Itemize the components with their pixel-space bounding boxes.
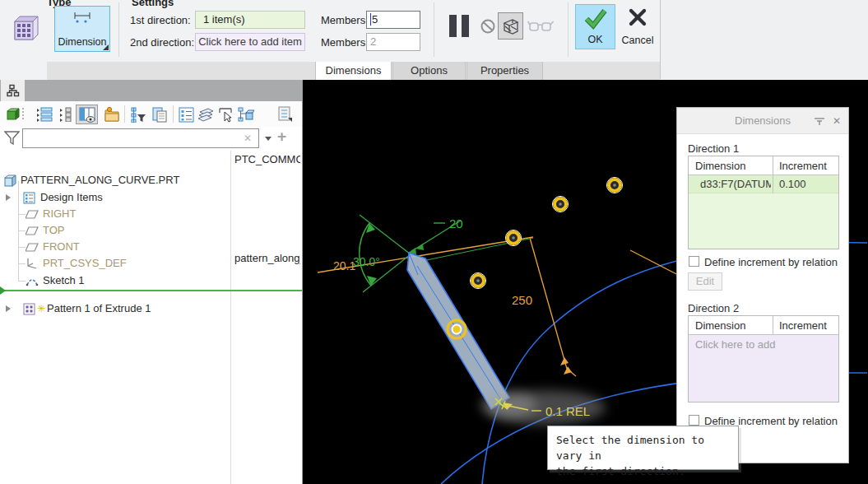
column-divider xyxy=(773,316,773,335)
root-label: PATTERN_ALONG_CURVE.PRT xyxy=(21,172,179,188)
select-rule-button[interactable] xyxy=(216,105,235,124)
tree-row-top-plane[interactable]: TOP xyxy=(0,222,230,239)
collapse-all-button[interactable] xyxy=(56,105,76,124)
pointer-tag-icon xyxy=(217,107,234,123)
tab-dimensions[interactable]: Dimensions xyxy=(315,62,392,80)
pattern-point[interactable] xyxy=(471,273,486,289)
sketch-icon xyxy=(26,275,39,286)
dim-rel-label[interactable]: 0.1 REL xyxy=(545,404,590,418)
dimensions-panel: Dimensions ✕ Direction 1 Dimension Incre… xyxy=(676,107,849,463)
divider xyxy=(173,105,174,123)
tree-row-front-plane[interactable]: FRONT xyxy=(0,239,230,255)
cancel-label: Cancel xyxy=(618,35,657,46)
tree-row-right-plane[interactable]: RIGHT xyxy=(0,206,230,222)
add-item-placeholder[interactable]: Click here to add xyxy=(689,335,838,402)
pattern-point[interactable] xyxy=(553,197,569,212)
model-tree-icon xyxy=(7,84,20,97)
verify-glasses-button[interactable] xyxy=(527,17,554,35)
dim-20-label[interactable]: 20 xyxy=(449,216,463,230)
divider xyxy=(568,2,569,57)
dimension-type-icon xyxy=(70,11,95,24)
direction1-table[interactable]: Dimension Increment d33:F7(DATUM F 0.100 xyxy=(688,156,839,249)
list-view-button[interactable] xyxy=(176,105,196,124)
second-direction-collector[interactable]: Click here to add item xyxy=(195,33,305,51)
tree-column-header[interactable]: PTC_COMMO xyxy=(234,153,300,165)
tree-connector xyxy=(18,281,26,282)
layers-button[interactable] xyxy=(196,105,216,124)
filter-column-button[interactable] xyxy=(128,105,148,124)
table-body[interactable] xyxy=(689,193,838,249)
part-cube-icon xyxy=(6,107,21,122)
pattern-type-dimension-button[interactable]: Dimension xyxy=(54,6,110,52)
members-input-2[interactable]: 2 xyxy=(366,33,420,51)
ok-button[interactable]: OK xyxy=(575,4,615,49)
divider xyxy=(118,2,119,57)
add-filter-button[interactable]: + xyxy=(277,128,286,146)
cancel-button[interactable]: Cancel xyxy=(618,4,657,49)
tree-row-sketch[interactable]: Sketch 1 xyxy=(0,272,230,289)
direction2-table[interactable]: Dimension Increment Click here to add xyxy=(688,315,839,403)
funnel-icon xyxy=(4,131,20,146)
panel-header[interactable]: Dimensions ✕ xyxy=(677,108,848,134)
panel-tabstrip xyxy=(0,80,303,101)
part-icon xyxy=(4,175,16,187)
search-dropdown-caret[interactable] xyxy=(265,137,272,141)
second-direction-label: 2nd direction: xyxy=(130,36,194,49)
tree-filter-row: ✕ + xyxy=(0,127,302,151)
edit-button[interactable]: Edit xyxy=(688,272,722,291)
direction2-label: Direction 2 xyxy=(688,302,739,314)
expand-all-button[interactable] xyxy=(35,105,54,124)
model-tree-panel: ✕ + PTC_COMMO PATTERN_ALONG_CURVE.PRT pa… xyxy=(0,80,303,484)
tree-row-pattern[interactable]: ✳ Pattern 1 of Extrude 1 xyxy=(0,300,230,317)
dim-angle-label[interactable]: 30.0° xyxy=(353,255,380,268)
drag-handle-dots[interactable] xyxy=(20,105,26,124)
first-direction-collector[interactable]: 1 item(s) xyxy=(195,11,305,29)
tree-filters-button[interactable] xyxy=(102,105,122,124)
dimension-row[interactable]: d33:F7(DATUM F 0.100 xyxy=(689,175,838,193)
creo-pattern-dashboard: Type Settings Dimension 1s xyxy=(0,0,868,484)
close-icon[interactable]: ✕ xyxy=(833,115,841,127)
settings-list-icon xyxy=(276,106,293,123)
direction1-label: Direction 1 xyxy=(688,142,739,155)
tree-row-root[interactable]: PATTERN_ALONG_CURVE.PRT xyxy=(0,172,230,188)
expand-arrow-icon[interactable] xyxy=(6,305,11,312)
no-preview-button[interactable] xyxy=(479,17,497,35)
tree-settings-button[interactable] xyxy=(275,105,295,124)
expand-arrow-icon[interactable] xyxy=(6,194,11,201)
pattern-point[interactable] xyxy=(506,230,522,246)
divider xyxy=(660,0,661,79)
pattern-point[interactable] xyxy=(607,178,623,193)
layers-icon xyxy=(197,107,215,122)
pattern-feature-icon xyxy=(23,303,35,315)
tab-properties[interactable]: Properties xyxy=(466,62,543,80)
preview-geometry-toggle[interactable] xyxy=(498,12,523,40)
pause-button[interactable] xyxy=(449,15,469,37)
pin-icon[interactable] xyxy=(814,117,825,126)
insert-here-arrow-icon xyxy=(0,286,6,295)
collapse-all-icon xyxy=(58,107,74,122)
define-increment-checkbox-1[interactable] xyxy=(689,256,699,267)
insert-here-line[interactable] xyxy=(0,290,302,291)
tree-row-design-items[interactable]: Design Items xyxy=(0,189,230,206)
paste-settings-button[interactable] xyxy=(150,105,169,124)
tree-items-button[interactable] xyxy=(235,105,255,124)
define-increment-checkbox-2[interactable] xyxy=(689,415,699,426)
design-items-icon xyxy=(23,192,35,204)
clipboard-icon xyxy=(151,106,168,123)
members-input-1[interactable]: 5 xyxy=(366,11,420,29)
tree-row-csys[interactable]: PRT_CSYS_DEF xyxy=(0,255,230,272)
pattern-tool-button[interactable] xyxy=(7,8,44,48)
tree-search-input[interactable]: ✕ xyxy=(22,128,259,148)
ribbon-right-area xyxy=(661,0,868,79)
clear-search-icon[interactable]: ✕ xyxy=(244,133,252,144)
dim-250-label[interactable]: 250 xyxy=(512,293,532,307)
tab-options[interactable]: Options xyxy=(392,62,466,80)
table-header: Dimension Increment xyxy=(689,156,838,175)
model-tree-tab[interactable] xyxy=(1,80,25,101)
datum-plane-icon xyxy=(26,243,39,252)
glasses-icon xyxy=(527,18,554,35)
ban-icon xyxy=(480,18,496,35)
tree-connector xyxy=(18,214,26,215)
list-box-icon xyxy=(179,107,194,123)
show-columns-button[interactable] xyxy=(76,105,98,124)
